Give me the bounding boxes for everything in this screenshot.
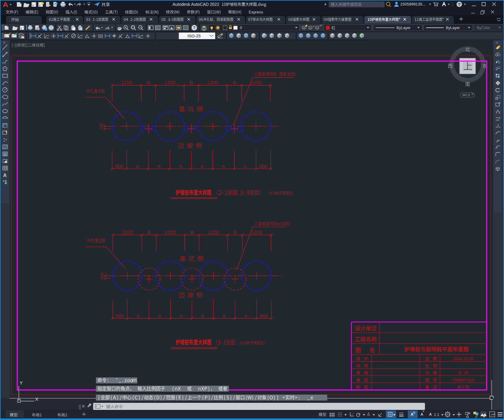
svg-text:A: A [3,173,7,178]
svg-text:ByLayer: ByLayer [446,26,460,30]
svg-text:?: ? [193,26,195,30]
svg-text:Y: Y [20,380,23,385]
svg-text:ISO-25: ISO-25 [188,34,201,38]
svg-text:WCS: WCS [462,93,470,97]
svg-text:X: X [35,396,38,402]
svg-text:Express: Express [249,10,263,14]
svg-text:ByLayer: ByLayer [396,26,411,30]
svg-text:Autodesk AutoCAD 2022: Autodesk AutoCAD 2022 [172,2,219,7]
svg-text:?: ? [458,2,460,7]
svg-text:ByColor: ByColor [477,26,490,30]
svg-text:0: 0 [240,26,242,30]
svg-text:1505999135...: 1505999135... [400,2,426,6]
svg-text:1:1: 1:1 [434,412,439,417]
